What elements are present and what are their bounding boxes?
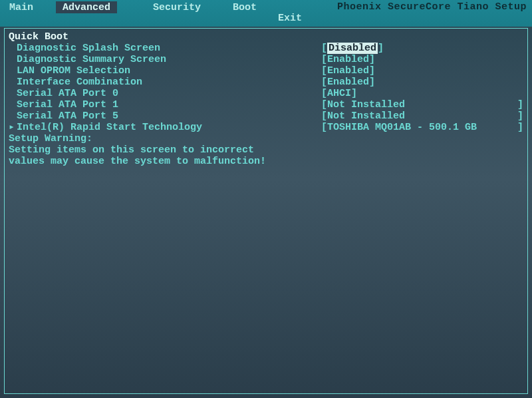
setting-value[interactable]: Enabled <box>327 77 369 88</box>
setting-label: Intel(R) Rapid Start Technology <box>17 122 202 133</box>
tab-main[interactable]: Main <box>3 1 40 13</box>
setting-row[interactable]: ▸Intel(R) Rapid Start Technology [TOSHIB… <box>9 122 523 133</box>
setting-value: Not Installed <box>327 99 405 110</box>
tab-advanced[interactable]: Advanced <box>56 1 117 13</box>
warning-label: Setup Warning: <box>9 133 92 144</box>
setting-label: LAN OPROM Selection <box>17 65 130 77</box>
settings-panel: Quick Boot Diagnostic Splash Screen [Dis… <box>4 28 528 394</box>
setting-row[interactable]: Serial ATA Port 0 [AHCI] <box>9 88 523 99</box>
setting-value[interactable]: Enabled <box>327 65 369 77</box>
setting-row[interactable]: LAN OPROM Selection [Enabled] <box>9 65 523 77</box>
bios-title: Phoenix SecureCore Tiano Setup <box>337 1 527 13</box>
tab-security[interactable]: Security <box>146 1 207 13</box>
warning-text: Setting items on this screen to incorrec… <box>9 144 295 167</box>
setting-row[interactable]: Diagnostic Splash Screen [Disabled] <box>9 43 523 54</box>
setting-label: Diagnostic Splash Screen <box>17 43 160 54</box>
setting-row[interactable]: Diagnostic Summary Screen [Enabled] <box>9 54 523 65</box>
setting-value[interactable]: Disabled <box>327 43 378 54</box>
section-header: Quick Boot <box>9 31 68 43</box>
setting-label: Serial ATA Port 1 <box>17 99 118 110</box>
setting-label: Diagnostic Summary Screen <box>17 54 166 65</box>
menu-bar: Main Advanced Security Boot Exit Phoenix… <box>0 0 532 27</box>
bios-screen: Main Advanced Security Boot Exit Phoenix… <box>0 0 532 398</box>
setting-value: Not Installed <box>327 110 405 122</box>
setting-value[interactable]: Enabled <box>327 54 369 65</box>
setting-row[interactable]: Serial ATA Port 5 [Not Installed] <box>9 110 523 122</box>
setting-label: Interface Combination <box>17 77 142 88</box>
setting-label: Serial ATA Port 0 <box>17 88 118 99</box>
submenu-pointer-icon: ▸ <box>9 122 15 133</box>
setting-value: TOSHIBA MQ01AB - 500.1 GB <box>327 122 477 133</box>
tab-boot[interactable]: Boot <box>226 1 263 13</box>
setting-row[interactable]: Serial ATA Port 1 [Not Installed] <box>9 99 523 110</box>
setting-label: Serial ATA Port 5 <box>17 110 118 122</box>
setting-row[interactable]: Interface Combination [Enabled] <box>9 77 523 88</box>
setting-value[interactable]: AHCI <box>327 88 351 99</box>
tab-exit[interactable]: Exit <box>271 12 309 24</box>
